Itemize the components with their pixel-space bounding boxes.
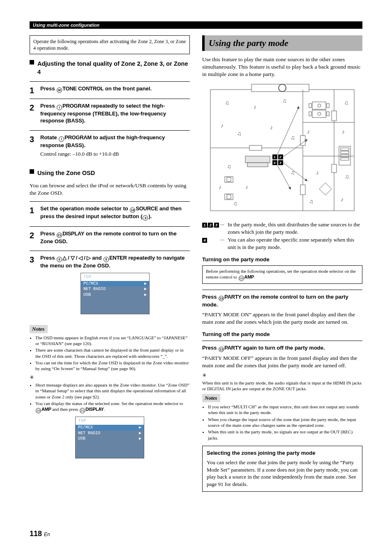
svg-rect-14 — [247, 163, 268, 167]
list-item: When you change the input source of the … — [208, 417, 362, 428]
osd-screen: TOP PC/MCX▶ NET RADIO▶ USB▶ — [75, 417, 144, 458]
svg-point-30 — [318, 112, 321, 115]
svg-rect-37 — [227, 177, 231, 182]
step-number: 1 — [30, 81, 40, 99]
svg-text:♫: ♫ — [225, 99, 229, 106]
svg-text:♫: ♫ — [291, 169, 295, 176]
page-number: 118 En — [30, 529, 50, 539]
steps-osd: 1 Set the operation mode selector to 16S… — [30, 201, 190, 322]
circle-label-icon: M — [57, 88, 62, 93]
svg-rect-10 — [300, 185, 305, 195]
svg-rect-25 — [312, 102, 326, 109]
square-bullet-icon — [30, 169, 34, 174]
list-item: You can display the status of the select… — [35, 401, 190, 413]
party-mode-figure: 1 2 4 3 — [208, 82, 356, 214]
breadcrumb: Using multi-zone configuration — [30, 21, 362, 29]
osd-screen: TOP PC/MCX▶ NET RADIO▶ USB▶ — [81, 273, 150, 314]
svg-rect-8 — [249, 145, 262, 150]
svg-text:♫: ♫ — [237, 130, 242, 137]
step-number: 1 — [30, 201, 40, 226]
intro-text: Use this feature to play the main zone s… — [202, 56, 362, 78]
list-item: Short message displays are also appears … — [35, 382, 190, 400]
svg-rect-34 — [341, 154, 349, 157]
svg-rect-39 — [227, 195, 231, 199]
svg-text:4: 4 — [273, 161, 276, 165]
svg-rect-23 — [309, 104, 311, 108]
box-body: You can select the zone that joins the p… — [207, 459, 358, 488]
square-bullet-icon — [30, 60, 34, 64]
svg-text:♫: ♫ — [227, 163, 231, 170]
notes-list: If you select “MULTI CH” as the input so… — [202, 404, 362, 441]
selecting-zones-box: Selecting the zones joining the party mo… — [202, 446, 362, 492]
legend-row: 4 ··· You can also operate the specific … — [202, 236, 362, 251]
circle-label-icon: 16 — [239, 276, 244, 281]
on-body: “PARTY MODE ON” appears in the front pan… — [202, 311, 362, 326]
svg-text:2: 2 — [279, 155, 281, 159]
svg-point-26 — [318, 104, 321, 107]
svg-text:♪: ♪ — [219, 184, 221, 190]
left-column: Operate the following operations after a… — [30, 35, 190, 492]
box-heading: Selecting the zones joining the party mo… — [207, 449, 358, 457]
circle-label-icon: 13 — [219, 347, 224, 352]
step-text: Rotate IPROGRAM to adjust the high-frequ… — [40, 134, 190, 149]
circle-label-icon: 9 — [104, 257, 109, 262]
turn-off-heading: Turning off the party mode — [202, 331, 362, 338]
svg-rect-35 — [341, 158, 349, 160]
svg-text:♪: ♪ — [254, 104, 256, 110]
circle-label-icon: 21 — [57, 233, 62, 238]
svg-rect-28 — [327, 112, 329, 116]
circle-label-icon: I — [59, 136, 64, 142]
svg-text:♫: ♫ — [309, 198, 314, 205]
tip-text: When this unit is in the party mode, the… — [202, 380, 362, 392]
svg-text:♫: ♫ — [344, 99, 348, 106]
step-number: 2 — [30, 99, 40, 130]
circle-label-icon: I — [57, 105, 62, 110]
steps-tonal: 1 Press MTONE CONTROL on the front panel… — [30, 81, 190, 164]
circle-label-icon: 3 — [143, 215, 148, 221]
svg-rect-13 — [245, 156, 270, 163]
step-extra: Control range: –10.0 dB to +10.0 dB — [40, 150, 190, 158]
list-item: You can set the time for which the Zone … — [35, 360, 190, 372]
svg-text:♫: ♫ — [233, 200, 238, 207]
svg-rect-12 — [332, 164, 337, 173]
notes-header: Notes — [202, 394, 220, 402]
step-text: Press IPROGRAM repeatedly to select the … — [40, 102, 190, 124]
svg-text:♫: ♫ — [282, 97, 287, 104]
svg-text:3: 3 — [279, 161, 281, 165]
step-number: 3 — [30, 251, 40, 322]
svg-rect-33 — [341, 151, 349, 154]
svg-text:♪: ♪ — [221, 122, 224, 129]
circle-label-icon: 13 — [219, 296, 224, 301]
press-off: Press 13PARTY again to turn off the part… — [202, 344, 362, 352]
svg-rect-24 — [327, 104, 329, 108]
circle-label-icon: 16 — [130, 207, 135, 213]
svg-text:♪: ♪ — [270, 124, 273, 131]
svg-text:♫: ♫ — [291, 134, 295, 141]
circle-label-icon: 21 — [80, 408, 85, 413]
right-column: Using the party mode Use this feature to… — [202, 35, 362, 492]
tips-list: Short message displays are also appears … — [30, 382, 190, 413]
section-title: Using the party mode — [202, 35, 362, 51]
svg-text:♫: ♫ — [345, 173, 349, 180]
notes-header: Notes — [30, 325, 48, 333]
tip-icon: ✳ — [202, 372, 362, 379]
svg-rect-27 — [309, 112, 311, 116]
svg-text:♪: ♪ — [342, 128, 345, 135]
heading-tonal: Adjusting the tonal quality of Zone 2, Z… — [30, 60, 190, 76]
svg-text:♪: ♪ — [245, 184, 248, 190]
zone-osd-intro: You can browse and select the iPod or ne… — [30, 182, 190, 197]
list-item: If you select “MULTI CH” as the input so… — [208, 404, 362, 416]
svg-text:♪: ♪ — [307, 128, 310, 135]
legend-row: 1,2,3 ··· In the party mode, this unit d… — [202, 221, 362, 235]
circle-label-icon: 9 — [57, 257, 62, 262]
svg-rect-29 — [312, 110, 326, 117]
step-text: Set the operation mode selector to 16SOU… — [40, 205, 190, 221]
before-note: Before performing the following operatio… — [202, 265, 362, 284]
list-item: The OSD menu appears in English even if … — [35, 335, 190, 347]
step-text: Press 9△ / ▽ / ◁ / ▷ and 9ENTER repeated… — [40, 254, 190, 269]
svg-rect-0 — [210, 90, 354, 211]
svg-rect-11 — [332, 111, 337, 121]
step-text: Press 21DISPLAY on the remote control to… — [40, 230, 190, 245]
list-item: When this unit is in the party mode, no … — [208, 429, 362, 441]
turn-on-heading: Turning on the party mode — [202, 256, 362, 263]
